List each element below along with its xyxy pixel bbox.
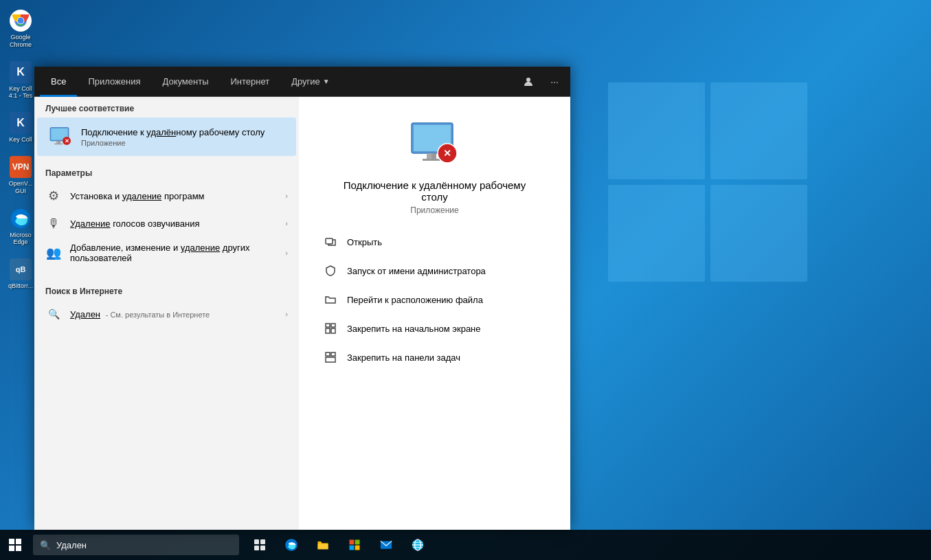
windows-start-icon	[9, 539, 21, 551]
app-actions: Открыть Запуск от имени администратора	[313, 229, 557, 370]
settings-item-1[interactable]: 🎙 Удаление голосов озвучивания ›	[34, 210, 299, 237]
action-run-admin[interactable]: Запуск от имени администратора	[313, 258, 557, 284]
other-tab-arrow: ▼	[323, 78, 330, 85]
folder-icon	[324, 293, 337, 306]
settings-arrow-1: ›	[285, 219, 288, 227]
best-match-title: Подключение к удалённому рабочему столу	[81, 127, 285, 137]
svg-rect-34	[355, 540, 360, 545]
internet-suffix: - См. результаты в Интернете	[106, 311, 210, 319]
desktop-icon-chrome[interactable]: Google Chrome	[3, 7, 38, 52]
action-file-location[interactable]: Перейти к расположению файла	[313, 287, 557, 313]
search-tabs-right: ···	[518, 71, 565, 92]
keycoll1-label: Key Coll 4:1 - Tes	[5, 85, 36, 100]
settings-icon-1: 🎙	[45, 215, 62, 232]
svg-rect-29	[260, 539, 265, 544]
taskbar-store[interactable]	[339, 530, 370, 560]
best-match-item[interactable]: ✕ Подключение к удалённому рабочему стол…	[37, 117, 296, 156]
svg-rect-27	[326, 357, 335, 362]
svg-text:✕: ✕	[443, 148, 451, 159]
best-match-subtitle: Приложение	[81, 139, 285, 147]
search-content: Лучшее соответствие ✕	[34, 97, 570, 530]
svg-rect-28	[254, 539, 259, 544]
desktop-icon-msedge[interactable]: Microso Edge	[3, 205, 38, 249]
settings-section: Параметры ⚙ Установка и удаление програм…	[34, 156, 299, 274]
search-tabs: Все Приложения Документы Интернет Другие…	[34, 67, 570, 97]
chrome-icon-label: Google Chrome	[5, 34, 36, 49]
tab-apps[interactable]: Приложения	[77, 67, 151, 97]
svg-rect-31	[260, 546, 265, 550]
internet-arrow: ›	[285, 310, 288, 318]
svg-rect-7	[56, 141, 58, 144]
rdp-app-icon: ✕	[48, 124, 73, 149]
svg-rect-23	[326, 328, 330, 333]
action-pin-start-label: Закрепить на начальном экране	[347, 324, 481, 334]
taskbar-search-icon: 🔍	[40, 540, 51, 550]
taskbar-explorer[interactable]	[308, 530, 338, 560]
svg-rect-14	[427, 153, 431, 159]
pin-taskbar-icon	[324, 350, 337, 364]
svg-rect-9	[54, 144, 63, 145]
app-detail-icon: ✕	[407, 117, 462, 172]
taskbar-apps	[245, 530, 433, 560]
action-open[interactable]: Открыть	[313, 229, 557, 255]
msedge-label: Microso Edge	[5, 232, 36, 247]
svg-rect-15	[431, 153, 436, 159]
svg-rect-24	[331, 328, 335, 333]
app-detail-title: Подключение к удалённому рабочемустолу	[344, 179, 526, 203]
svg-rect-30	[254, 546, 259, 550]
svg-rect-35	[350, 546, 355, 550]
desktop-icon-keycoll1[interactable]: K Key Coll 4:1 - Tes	[3, 58, 38, 103]
action-pin-start[interactable]: Закрепить на начальном экране	[313, 315, 557, 341]
settings-arrow-2: ›	[285, 249, 288, 257]
more-options-btn[interactable]: ···	[544, 71, 565, 92]
pin-start-icon	[324, 322, 337, 335]
settings-icon-0: ⚙	[45, 188, 62, 204]
taskbar-search-text: Удален	[56, 540, 87, 550]
action-location-label: Перейти к расположению файла	[347, 295, 483, 305]
internet-section: Поиск в Интернете 🔍 Удален - См. результ…	[34, 274, 299, 331]
internet-query: Удален	[70, 309, 103, 320]
svg-rect-8	[58, 141, 60, 144]
taskbar-task-view[interactable]	[245, 530, 275, 560]
windows-logo-watermark	[608, 82, 807, 282]
settings-icon-2: 👥	[45, 245, 62, 261]
svg-rect-36	[355, 546, 360, 550]
svg-rect-32	[318, 544, 328, 550]
taskbar-edge[interactable]	[276, 530, 306, 560]
taskbar-ie[interactable]	[403, 530, 433, 560]
tab-all[interactable]: Все	[40, 67, 77, 97]
action-pin-taskbar[interactable]: Закрепить на панели задач	[313, 344, 557, 370]
desktop-icon-qbittorrent[interactable]: qB qBittorr...	[3, 256, 38, 293]
desktop-icon-openvpn[interactable]: VPN OpenV... GUI	[3, 153, 38, 198]
svg-rect-25	[326, 352, 330, 356]
settings-header: Параметры	[34, 161, 299, 182]
tab-other[interactable]: Другие ▼	[280, 67, 341, 97]
user-icon-btn[interactable]	[518, 71, 539, 92]
svg-rect-16	[423, 159, 440, 161]
settings-text-1: Удаление голосов озвучивания	[70, 219, 277, 229]
openvpn-label: OpenV... GUI	[5, 180, 36, 195]
taskbar-mail[interactable]	[371, 530, 401, 560]
tab-docs[interactable]: Документы	[151, 67, 219, 97]
tab-internet[interactable]: Интернет	[219, 67, 280, 97]
shield-icon	[324, 264, 337, 278]
internet-header: Поиск в Интернете	[34, 280, 299, 300]
svg-rect-19	[326, 238, 333, 244]
svg-text:✕: ✕	[65, 138, 69, 144]
search-right-panel: ✕ Подключение к удалённому рабочемустолу…	[299, 97, 570, 530]
action-pin-taskbar-label: Закрепить на панели задач	[347, 352, 460, 363]
svg-rect-22	[331, 324, 335, 327]
internet-search-icon: 🔍	[45, 306, 62, 322]
desktop-icon-keycoll2[interactable]: K Key Coll	[3, 109, 38, 146]
qbittorrent-label: qBittorr...	[8, 282, 33, 290]
open-icon	[324, 235, 337, 249]
settings-item-0[interactable]: ⚙ Установка и удаление программ ›	[34, 182, 299, 210]
taskbar-search-box[interactable]: 🔍 Удален	[33, 535, 239, 555]
settings-text-2: Добавление, изменение и удаление других …	[70, 243, 277, 263]
keycoll2-label: Key Coll	[9, 136, 32, 144]
settings-item-2[interactable]: 👥 Добавление, изменение и удаление други…	[34, 237, 299, 269]
start-button[interactable]	[0, 530, 30, 560]
search-left-panel: Лучшее соответствие ✕	[34, 97, 299, 530]
desktop: Google Chrome K Key Coll 4:1 - Tes K Key…	[0, 0, 931, 560]
internet-item-0[interactable]: 🔍 Удален - См. результаты в Интернете ›	[34, 300, 299, 328]
